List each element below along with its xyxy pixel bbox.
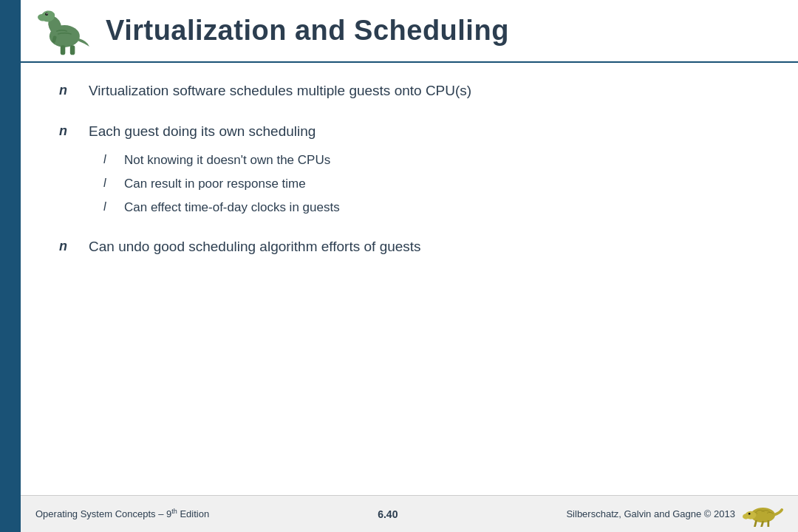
svg-line-14 [762,522,763,526]
footer-copyright-text: Silberschatz, Galvin and Gagne © 2013 [566,508,735,519]
bullet-section-1: n Virtualization software schedules mult… [59,81,761,101]
sub-bullet-2-1: l Not knowing it doesn't own the CPUs [103,151,761,169]
sub-bullet-text-2-3: Can effect time-of-day clocks in guests [124,199,340,216]
svg-line-13 [755,521,757,526]
header: Virtualization and Scheduling [21,0,798,63]
sub-bullet-2-2: l Can result in poor response time [103,175,761,193]
svg-point-5 [47,13,47,14]
header-dinosaur [35,5,91,57]
footer-left-suffix: Edition [177,509,209,520]
bullet-marker-2: n [59,123,74,139]
svg-point-12 [748,512,751,514]
main-bullet-1: n Virtualization software schedules mult… [59,81,761,101]
bullet-marker-1: n [59,83,74,98]
footer: Operating System Concepts – 9th Edition … [21,495,798,532]
sub-bullet-2-3: l Can effect time-of-day clocks in guest… [103,199,761,216]
sub-bullet-text-2-1: Not knowing it doesn't own the CPUs [124,151,330,169]
footer-page-number: 6.40 [378,508,398,520]
svg-rect-6 [61,45,66,55]
sub-bullet-marker-2-1: l [103,153,112,166]
sub-bullet-text-2-2: Can result in poor response time [124,175,306,193]
page-title: Virtualization and Scheduling [106,15,509,47]
bullet-text-1: Virtualization software schedules multip… [89,81,471,101]
bullet-marker-3: n [59,239,74,254]
bullet-section-3: n Can undo good scheduling algorithm eff… [59,237,761,257]
footer-copyright: Silberschatz, Galvin and Gagne © 2013 [566,500,783,528]
sub-bullets-2: l Not knowing it doesn't own the CPUs l … [103,151,761,216]
svg-rect-7 [70,45,75,55]
footer-edition: Operating System Concepts – 9th Edition [35,508,209,519]
footer-dinosaur [743,500,783,528]
footer-left-text: Operating System Concepts – 9 [35,509,171,520]
bullet-text-2: Each guest doing its own scheduling [89,122,316,142]
main-content: n Virtualization software schedules mult… [37,74,783,488]
svg-point-11 [743,514,749,519]
left-accent-bar [0,0,21,532]
main-bullet-2: n Each guest doing its own scheduling [59,122,761,142]
sub-bullet-marker-2-2: l [103,177,112,190]
svg-point-4 [45,13,48,16]
sub-bullet-marker-2-3: l [103,200,112,214]
footer-sup: th [171,508,177,515]
bullet-text-3: Can undo good scheduling algorithm effor… [89,237,421,257]
bullet-section-2: n Each guest doing its own scheduling l … [59,122,761,216]
main-bullet-3: n Can undo good scheduling algorithm eff… [59,237,761,257]
